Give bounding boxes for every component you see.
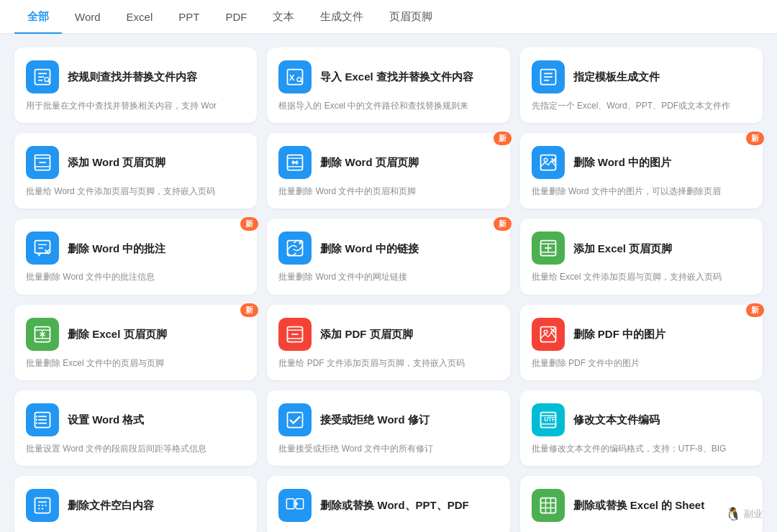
badge-new-delete-pdf-image: 新 (746, 303, 764, 317)
card-add-excel-header[interactable]: 添加 Excel 页眉页脚 批量给 Excel 文件添加页眉与页脚，支持嵌入页码 (520, 219, 763, 294)
tab-all[interactable]: 全部 (14, 0, 62, 34)
badge-new-delete-word-header: 新 (494, 132, 512, 145)
card-delete-word-header-title: 删除 Word 页眉页脚 (320, 155, 418, 170)
card-add-word-header[interactable]: 添加 Word 页眉页脚 批量给 Word 文件添加页眉与页脚，支持嵌入页码 (14, 133, 257, 208)
card-import-excel-replace-header: X 导入 Excel 查找并替换文件内容 (278, 60, 498, 93)
card-find-replace-desc: 用于批量在文件中查找并替换相关内容，支持 Wor (26, 99, 245, 113)
card-modify-text-encoding-icon: UTF (532, 403, 565, 436)
card-delete-replace-excel-sheet-header: 删除或替换 Excel 的 Sheet (532, 489, 751, 522)
card-add-pdf-header-title: 添加 PDF 页眉页脚 (320, 327, 412, 341)
card-set-word-format-header: 设置 Word 格式 (26, 403, 245, 436)
card-delete-excel-header-icon (26, 318, 59, 351)
card-delete-pdf-image-header: 删除 PDF 中的图片 (532, 318, 751, 351)
card-accept-word-revision-title: 接受或拒绝 Word 修订 (320, 413, 429, 427)
svg-point-25 (544, 158, 547, 162)
card-modify-text-encoding-title: 修改文本文件编码 (573, 413, 660, 427)
svg-point-52 (544, 330, 547, 334)
card-delete-blank-title: 删除文件空白内容 (68, 498, 154, 513)
card-accept-word-revision-header: 接受或拒绝 Word 修订 (278, 403, 498, 436)
card-delete-word-link-header: 删除 Word 中的链接 (278, 231, 498, 265)
card-add-pdf-header[interactable]: 添加 PDF 页眉页脚 批量给 PDF 文件添加页眉与页脚，支持嵌入页码 (267, 305, 509, 380)
card-delete-pdf-image-desc: 批量删除 PDF 文件中的图片 (532, 357, 751, 370)
card-delete-excel-header-title: 删除 Excel 页眉页脚 (68, 327, 167, 341)
card-delete-word-header[interactable]: 新 删除 Word 页眉页脚 批量删除 Word 文件中的页眉和页脚 (267, 133, 509, 208)
svg-rect-62 (288, 412, 303, 427)
card-template-generate-desc: 先指定一个 Excel、Word、PPT、PDF或文本文件作 (532, 99, 751, 113)
card-delete-word-image-title: 删除 Word 中的图片 (573, 155, 671, 170)
card-delete-excel-header-desc: 批量删除 Excel 文件中的页眉与页脚 (26, 357, 245, 370)
card-add-word-header-title: 添加 Word 页眉页脚 (68, 155, 165, 170)
card-set-word-format[interactable]: 设置 Word 格式 批量设置 Word 文件的段前段后间距等格式信息 (14, 390, 257, 466)
card-delete-word-image-icon (532, 146, 565, 179)
svg-text:X: X (289, 73, 295, 82)
tab-text[interactable]: 文本 (260, 0, 307, 34)
svg-rect-71 (287, 499, 295, 509)
card-import-excel-replace-title: 导入 Excel 查找并替换文件内容 (320, 70, 473, 84)
card-delete-word-comment-icon (26, 231, 59, 265)
card-delete-blank-icon (26, 489, 59, 522)
card-delete-replace-word-ppt-pdf[interactable]: 删除或替换 Word、PPT、PDF (267, 476, 509, 532)
badge-new-delete-word-comment: 新 (240, 217, 258, 231)
card-delete-word-comment-header: 删除 Word 中的批注 (26, 231, 245, 265)
card-accept-word-revision-icon (278, 403, 312, 436)
card-delete-blank[interactable]: 删除文件空白内容 (14, 476, 257, 532)
tab-generate[interactable]: 生成文件 (307, 0, 376, 34)
card-delete-excel-header[interactable]: 新 删除 Excel 页眉页脚 批量删除 Excel 文件中的页眉与页脚 (14, 305, 257, 380)
card-delete-blank-header: 删除文件空白内容 (26, 489, 245, 522)
card-add-pdf-header-header: 添加 PDF 页眉页脚 (278, 318, 498, 351)
card-import-excel-replace-desc: 根据导入的 Excel 中的文件路径和查找替换规则来 (278, 99, 498, 113)
card-import-excel-replace[interactable]: X 导入 Excel 查找并替换文件内容 根据导入的 Excel 中的文件路径和… (267, 47, 509, 123)
watermark: 🐧 副业 (725, 506, 763, 522)
card-set-word-format-title: 设置 Word 格式 (68, 413, 144, 427)
card-add-excel-header-title: 添加 Excel 页眉页脚 (573, 242, 673, 256)
svg-text:UTF: UTF (544, 416, 555, 423)
card-add-excel-header-desc: 批量给 Excel 文件添加页眉与页脚，支持嵌入页码 (532, 270, 751, 284)
svg-rect-74 (540, 497, 555, 513)
svg-point-8 (297, 78, 301, 82)
tab-ppt[interactable]: PPT (165, 0, 212, 34)
card-add-excel-header-icon (532, 231, 565, 265)
svg-point-4 (45, 78, 49, 82)
tab-excel[interactable]: Excel (114, 0, 166, 34)
card-delete-word-comment-title: 删除 Word 中的批注 (68, 242, 165, 256)
card-find-replace-title: 按规则查找并替换文件内容 (68, 70, 197, 84)
card-delete-word-comment-desc: 批量删除 Word 文件中的批注信息 (26, 270, 245, 284)
card-add-word-header-desc: 批量给 Word 文件添加页眉与页脚，支持嵌入页码 (26, 185, 245, 198)
card-set-word-format-icon (26, 403, 59, 436)
card-accept-word-revision[interactable]: 接受或拒绝 Word 修订 批量接受或拒绝 Word 文件中的所有修订 (267, 390, 509, 466)
tab-word[interactable]: Word (62, 0, 114, 34)
tab-pdf[interactable]: PDF (212, 0, 260, 34)
card-template-generate-title: 指定模板生成文件 (573, 70, 660, 84)
card-delete-word-header-header: 删除 Word 页眉页脚 (278, 146, 498, 179)
tab-header-footer[interactable]: 页眉页脚 (376, 0, 445, 34)
card-find-replace-icon (26, 60, 59, 93)
card-find-replace[interactable]: 按规则查找并替换文件内容 用于批量在文件中查找并替换相关内容，支持 Wor (14, 47, 257, 123)
card-delete-pdf-image[interactable]: 新 删除 PDF 中的图片 批量删除 PDF 文件中的图片 (520, 305, 763, 380)
card-delete-replace-word-ppt-pdf-header: 删除或替换 Word、PPT、PDF (278, 489, 498, 522)
card-template-generate[interactable]: 指定模板生成文件 先指定一个 Excel、Word、PPT、PDF或文本文件作 (520, 47, 763, 123)
badge-new-delete-excel-header: 新 (240, 303, 258, 317)
card-import-excel-replace-icon: X (278, 60, 312, 93)
card-delete-word-comment[interactable]: 新 删除 Word 中的批注 批量删除 Word 文件中的批注信息 (14, 219, 257, 294)
card-modify-text-encoding[interactable]: UTF 修改文本文件编码 批量修改文本文件的编码格式，支持：UTF-8、BIG (520, 390, 763, 466)
card-delete-replace-excel-sheet-title: 删除或替换 Excel 的 Sheet (573, 498, 705, 513)
card-delete-word-link-icon (278, 231, 312, 265)
card-delete-word-image-desc: 批量删除 Word 文件中的图片，可以选择删除页眉 (532, 185, 751, 198)
badge-new-delete-word-image: 新 (746, 132, 764, 145)
card-delete-word-header-icon (278, 146, 312, 179)
card-delete-replace-excel-sheet-icon (532, 489, 565, 522)
card-delete-replace-word-ppt-pdf-icon (278, 489, 312, 522)
card-accept-word-revision-desc: 批量接受或拒绝 Word 文件中的所有修订 (278, 442, 498, 456)
card-set-word-format-desc: 批量设置 Word 文件的段前段后间距等格式信息 (26, 442, 245, 456)
card-modify-text-encoding-desc: 批量修改文本文件的编码格式，支持：UTF-8、BIG (532, 442, 751, 456)
card-delete-replace-word-ppt-pdf-title: 删除或替换 Word、PPT、PDF (320, 498, 468, 513)
card-delete-word-link-title: 删除 Word 中的链接 (320, 242, 418, 256)
svg-rect-24 (540, 155, 555, 170)
card-template-generate-icon (532, 60, 565, 93)
card-add-pdf-header-icon (278, 318, 312, 351)
card-delete-replace-excel-sheet[interactable]: 删除或替换 Excel 的 Sheet (520, 476, 763, 532)
card-add-word-header-header: 添加 Word 页眉页脚 (26, 146, 245, 179)
card-delete-word-link[interactable]: 新 删除 Word 中的链接 批量删除 Word 文件中的网址链接 (267, 219, 509, 294)
card-delete-word-header-desc: 批量删除 Word 文件中的页眉和页脚 (278, 185, 498, 198)
card-delete-word-image[interactable]: 新 删除 Word 中的图片 批量删除 Word 文件中的图片，可以选择删除页眉 (520, 133, 763, 208)
